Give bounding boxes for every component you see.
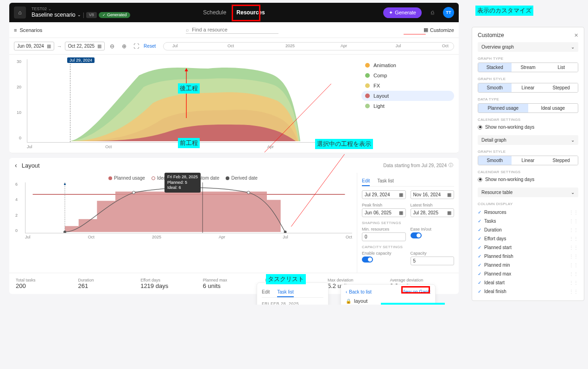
zoom-fit-icon[interactable]: ⛶: [132, 42, 141, 51]
column-toggle[interactable]: ✓Effort days⋮⋮: [478, 234, 578, 243]
anno-gantt: ガントチャートで表示: [381, 303, 445, 305]
generated-badge: Generated: [99, 12, 131, 18]
start-date-input[interactable]: Jun 09, 2024▦: [14, 42, 54, 50]
latest-finish-input[interactable]: Jul 28, 2025▦: [411, 208, 455, 217]
date-marker: Jul 29, 2024: [67, 57, 95, 63]
back-icon[interactable]: ‹: [15, 162, 17, 169]
overview-graph-dropdown[interactable]: Overview graph⌄: [478, 42, 578, 52]
svg-point-6: [133, 191, 135, 194]
legend-layout[interactable]: Layout: [361, 91, 454, 101]
editor-end-date[interactable]: Nov 16, 2024▦: [411, 190, 455, 199]
detail-title: Layout: [22, 162, 40, 169]
tasklist-date: FRI FEB 28, 2025: [262, 301, 323, 305]
column-toggle[interactable]: ✓Ideal start⋮⋮: [478, 278, 578, 287]
version-badge: V8: [86, 12, 97, 18]
end-date-input[interactable]: Oct 22, 2025▦: [65, 42, 105, 50]
generate-button[interactable]: ✦ Generate: [383, 7, 422, 18]
export-icon[interactable]: ⎙: [426, 6, 438, 19]
graph-style-segmented[interactable]: Smooth Linear Stepped: [478, 83, 578, 93]
column-toggle[interactable]: ✓Planned start⋮⋮: [478, 243, 578, 252]
legend-comp[interactable]: Comp: [361, 70, 454, 81]
column-toggle[interactable]: ✓Tasks⋮⋮: [478, 217, 578, 225]
anno-tasklist: タスクリスト: [266, 274, 306, 284]
tl-tab-tasklist[interactable]: Task list: [277, 288, 294, 297]
search-icon: ⌕: [186, 27, 189, 32]
svg-point-7: [247, 191, 250, 194]
detail-header: ‹ Layout Data starting from Jul 29, 2024…: [9, 158, 459, 173]
anno-upper: 後工程: [178, 83, 200, 94]
overview-panel: 30 20 10 0 Jul 29, 2024: [9, 55, 459, 153]
ease-toggle[interactable]: [411, 232, 422, 238]
detail-side-panel: Edit Task list Jul 29, 2024▦ Nov 16, 202…: [357, 173, 459, 273]
column-toggle[interactable]: ✓Planned min⋮⋮: [478, 261, 578, 269]
svg-point-11: [64, 183, 66, 185]
detail-body: Planned usage Ideal usage Custom date De…: [9, 173, 459, 273]
capacity-input[interactable]: 5: [411, 256, 455, 265]
search-input-wrap: ⌕: [186, 26, 278, 34]
legend-fx[interactable]: FX: [361, 81, 454, 91]
tab-schedule[interactable]: Schedule: [202, 4, 227, 21]
y-axis: 30 20 10 0: [12, 59, 21, 140]
column-toggle[interactable]: ✓Ideal finish⋮⋮: [478, 287, 578, 296]
scenario-name[interactable]: Baseline scenario: [32, 12, 76, 18]
min-resources-input[interactable]: 0: [362, 232, 406, 241]
column-toggle[interactable]: ✓Planned max⋮⋮: [478, 269, 578, 278]
chart-tooltip: Fri Feb 28, 2025 Planned: 5 Ideal: 6: [164, 173, 201, 193]
subbar: ≡ Scenarios ⌕ ▦ Customize: [9, 22, 459, 38]
side-tab-tasklist[interactable]: Task list: [377, 176, 394, 186]
column-toggle[interactable]: ✓Resources⋮⋮: [478, 208, 578, 217]
tl-tab-edit[interactable]: Edit: [262, 288, 270, 297]
detail-show-nonworking-toggle[interactable]: Show non-working days: [478, 176, 578, 183]
close-icon[interactable]: ✕: [574, 32, 578, 38]
peak-finish-input[interactable]: Jun 06, 2025▦: [362, 208, 406, 217]
legend-light[interactable]: Light: [361, 101, 454, 111]
legend: Animation Comp FX Layout Light: [357, 55, 459, 153]
column-toggle[interactable]: ✓Planned finish⋮⋮: [478, 252, 578, 261]
detail-graph-style-segmented[interactable]: Smooth Linear Stepped: [478, 156, 578, 165]
capacity-toggle[interactable]: [362, 256, 373, 263]
customize-title: Customize: [478, 32, 504, 38]
avatar[interactable]: TT: [443, 7, 454, 18]
lock-icon: 🔒: [346, 299, 351, 304]
customize-button[interactable]: ▦ Customize: [424, 27, 454, 33]
anno-customize-heading: 表示のカスタマイズ: [475, 6, 533, 16]
anno-lower: 前工程: [178, 138, 200, 148]
zoom-out-icon[interactable]: ⊖: [107, 42, 117, 51]
resource-table-dropdown[interactable]: Resource table⌄: [478, 188, 578, 197]
legend-animation[interactable]: Animation: [361, 60, 454, 70]
search-input[interactable]: [192, 27, 278, 32]
timescale[interactable]: Jul Oct 2025 Apr Jul Oct: [163, 42, 454, 50]
tasklist-card: Edit Task list FRI FEB 28, 2025 🔒layout …: [257, 282, 329, 305]
customize-panel: Customize ✕ Overview graph⌄ GRAPH TYPE S…: [472, 27, 584, 301]
show-nonworking-toggle[interactable]: Show non-working days: [478, 124, 578, 131]
date-controls: Jun 09, 2024▦ → Oct 22, 2025▦ ⊖ ⊕ ⛶ Rese…: [9, 38, 459, 55]
reset-button[interactable]: Reset: [144, 44, 156, 49]
graph-type-segmented[interactable]: Stacked Stream List: [478, 63, 578, 72]
home-icon[interactable]: ⌂: [14, 6, 26, 19]
back-to-list[interactable]: ‹ Back to list: [346, 289, 372, 294]
project-name: TEST02: [32, 6, 47, 11]
zoom-in-icon[interactable]: ⊕: [120, 42, 129, 51]
scenarios-button[interactable]: ≡ Scenarios: [14, 27, 42, 33]
detail-graph-dropdown[interactable]: Detail graph⌄: [478, 135, 578, 145]
data-start-label: Data starting from Jul 29, 2024 ⓘ: [383, 162, 453, 169]
side-tab-edit[interactable]: Edit: [362, 176, 370, 186]
column-toggle[interactable]: ✓Duration⋮⋮: [478, 225, 578, 234]
data-type-segmented[interactable]: Planned usage Ideal usage: [478, 103, 578, 113]
editor-start-date[interactable]: Jul 29, 2024▦: [362, 190, 406, 199]
anno-selected: 選択中の工程を表示: [315, 139, 373, 149]
